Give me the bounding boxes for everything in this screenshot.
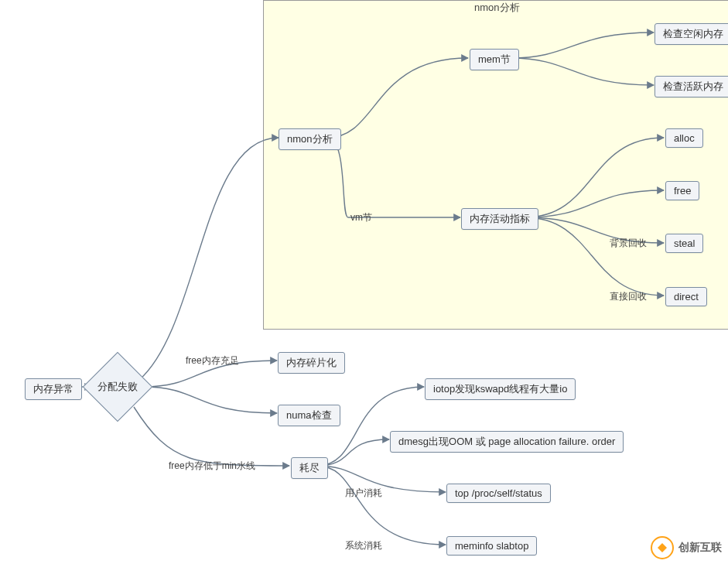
label-vm-section: vm节 bbox=[350, 211, 372, 224]
edge-label-free-low: free内存低于min水线 bbox=[169, 460, 255, 473]
node-free[interactable]: free bbox=[665, 181, 699, 200]
edge-label-user-consume: 用户消耗 bbox=[345, 487, 382, 500]
node-check-active-mem[interactable]: 检查活跃内存 bbox=[655, 76, 728, 97]
node-topproc[interactable]: top /proc/self/status bbox=[446, 484, 551, 503]
edge-label-sys-consume: 系统消耗 bbox=[345, 539, 382, 552]
node-alloc-fail[interactable]: 分配失败 bbox=[93, 362, 142, 412]
diagram-stage: nmon分析 bbox=[0, 0, 728, 564]
node-meminfo[interactable]: meminfo slabtop bbox=[446, 536, 537, 555]
node-steal[interactable]: steal bbox=[665, 234, 703, 253]
edge-label-free-enough: free内存充足 bbox=[186, 354, 239, 367]
node-mem-activity-index[interactable]: 内存活动指标 bbox=[461, 208, 538, 230]
node-fragmentation[interactable]: 内存碎片化 bbox=[278, 352, 345, 374]
group-title: nmon分析 bbox=[474, 1, 520, 15]
node-exhaust[interactable]: 耗尽 bbox=[291, 457, 328, 479]
node-direct[interactable]: direct bbox=[665, 287, 707, 306]
watermark-icon bbox=[651, 536, 674, 559]
node-mem-anomaly[interactable]: 内存异常 bbox=[25, 378, 82, 400]
edge-label-bg-reclaim: 背景回收 bbox=[610, 237, 647, 250]
edge-label-direct-reclaim: 直接回收 bbox=[610, 290, 647, 303]
watermark: 创新互联 bbox=[651, 536, 722, 559]
node-iotop[interactable]: iotop发现kswapd线程有大量io bbox=[425, 378, 576, 400]
node-mem-section[interactable]: mem节 bbox=[470, 49, 519, 70]
node-dmesg[interactable]: dmesg出现OOM 或 page allocation failure. or… bbox=[390, 431, 624, 453]
node-nmon-analysis[interactable]: nmon分析 bbox=[279, 128, 341, 150]
node-check-free-mem[interactable]: 检查空闲内存 bbox=[655, 23, 728, 45]
node-alloc[interactable]: alloc bbox=[665, 128, 703, 148]
watermark-text: 创新互联 bbox=[678, 541, 722, 555]
node-numa-check[interactable]: numa检查 bbox=[278, 405, 340, 426]
